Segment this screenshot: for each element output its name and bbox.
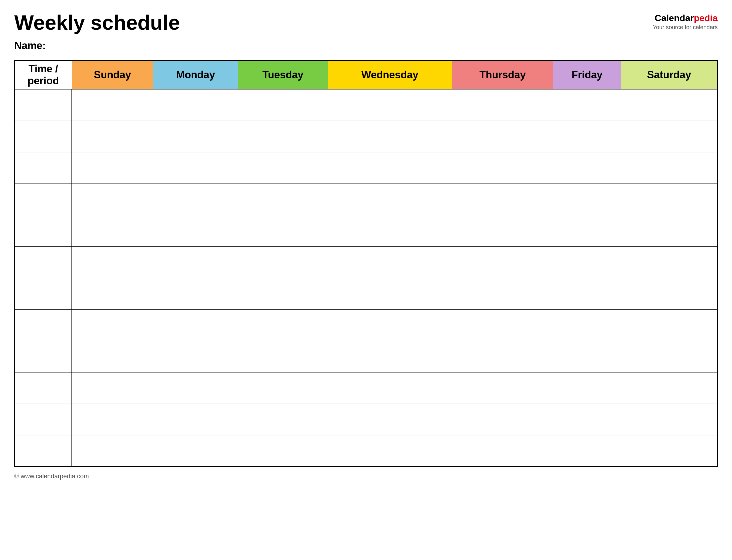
schedule-cell[interactable] [452, 89, 553, 121]
schedule-cell[interactable] [238, 435, 328, 467]
schedule-cell[interactable] [238, 184, 328, 215]
schedule-cell[interactable] [553, 121, 621, 152]
schedule-cell[interactable] [553, 309, 621, 341]
schedule-cell[interactable] [153, 215, 238, 246]
schedule-cell[interactable] [553, 278, 621, 309]
schedule-cell[interactable] [621, 246, 717, 278]
schedule-cell[interactable] [238, 215, 328, 246]
schedule-cell[interactable] [621, 404, 717, 435]
schedule-cell[interactable] [72, 372, 153, 404]
schedule-cell[interactable] [621, 341, 717, 372]
schedule-cell[interactable] [153, 404, 238, 435]
table-row[interactable] [15, 341, 717, 372]
schedule-cell[interactable] [621, 215, 717, 246]
time-cell[interactable] [15, 89, 72, 121]
time-cell[interactable] [15, 404, 72, 435]
schedule-cell[interactable] [72, 152, 153, 184]
table-row[interactable] [15, 121, 717, 152]
schedule-cell[interactable] [328, 309, 452, 341]
schedule-cell[interactable] [621, 309, 717, 341]
schedule-cell[interactable] [153, 152, 238, 184]
schedule-cell[interactable] [553, 184, 621, 215]
schedule-cell[interactable] [452, 184, 553, 215]
schedule-cell[interactable] [553, 404, 621, 435]
schedule-cell[interactable] [238, 121, 328, 152]
schedule-cell[interactable] [328, 341, 452, 372]
schedule-cell[interactable] [328, 215, 452, 246]
schedule-cell[interactable] [72, 404, 153, 435]
table-row[interactable] [15, 435, 717, 467]
time-cell[interactable] [15, 372, 72, 404]
schedule-cell[interactable] [238, 341, 328, 372]
schedule-cell[interactable] [72, 121, 153, 152]
schedule-cell[interactable] [621, 372, 717, 404]
time-cell[interactable] [15, 435, 72, 467]
schedule-cell[interactable] [452, 215, 553, 246]
schedule-cell[interactable] [238, 309, 328, 341]
schedule-cell[interactable] [238, 278, 328, 309]
schedule-cell[interactable] [452, 404, 553, 435]
schedule-cell[interactable] [153, 435, 238, 467]
schedule-cell[interactable] [621, 184, 717, 215]
schedule-cell[interactable] [238, 152, 328, 184]
schedule-cell[interactable] [452, 309, 553, 341]
schedule-cell[interactable] [328, 278, 452, 309]
table-row[interactable] [15, 152, 717, 184]
schedule-cell[interactable] [72, 435, 153, 467]
table-row[interactable] [15, 89, 717, 121]
schedule-cell[interactable] [553, 152, 621, 184]
table-row[interactable] [15, 309, 717, 341]
schedule-cell[interactable] [452, 435, 553, 467]
schedule-cell[interactable] [452, 372, 553, 404]
schedule-cell[interactable] [153, 246, 238, 278]
schedule-cell[interactable] [452, 121, 553, 152]
schedule-cell[interactable] [153, 89, 238, 121]
time-cell[interactable] [15, 152, 72, 184]
schedule-cell[interactable] [553, 372, 621, 404]
schedule-cell[interactable] [553, 215, 621, 246]
schedule-cell[interactable] [452, 278, 553, 309]
schedule-cell[interactable] [553, 341, 621, 372]
schedule-cell[interactable] [153, 121, 238, 152]
table-row[interactable] [15, 246, 717, 278]
schedule-cell[interactable] [72, 309, 153, 341]
table-row[interactable] [15, 184, 717, 215]
schedule-cell[interactable] [153, 184, 238, 215]
schedule-cell[interactable] [153, 309, 238, 341]
schedule-cell[interactable] [553, 246, 621, 278]
time-cell[interactable] [15, 341, 72, 372]
schedule-cell[interactable] [72, 184, 153, 215]
schedule-cell[interactable] [153, 372, 238, 404]
schedule-cell[interactable] [621, 89, 717, 121]
time-cell[interactable] [15, 215, 72, 246]
time-cell[interactable] [15, 246, 72, 278]
schedule-cell[interactable] [452, 341, 553, 372]
schedule-cell[interactable] [328, 121, 452, 152]
schedule-cell[interactable] [72, 215, 153, 246]
schedule-cell[interactable] [238, 246, 328, 278]
table-row[interactable] [15, 278, 717, 309]
schedule-cell[interactable] [328, 435, 452, 467]
time-cell[interactable] [15, 309, 72, 341]
table-row[interactable] [15, 404, 717, 435]
schedule-cell[interactable] [328, 184, 452, 215]
schedule-cell[interactable] [621, 121, 717, 152]
table-row[interactable] [15, 215, 717, 246]
schedule-cell[interactable] [621, 435, 717, 467]
schedule-cell[interactable] [238, 372, 328, 404]
schedule-cell[interactable] [328, 372, 452, 404]
schedule-cell[interactable] [328, 89, 452, 121]
schedule-cell[interactable] [452, 246, 553, 278]
time-cell[interactable] [15, 184, 72, 215]
schedule-cell[interactable] [553, 89, 621, 121]
schedule-cell[interactable] [72, 278, 153, 309]
schedule-cell[interactable] [328, 152, 452, 184]
schedule-cell[interactable] [238, 89, 328, 121]
schedule-cell[interactable] [238, 404, 328, 435]
time-cell[interactable] [15, 121, 72, 152]
schedule-cell[interactable] [72, 246, 153, 278]
time-cell[interactable] [15, 278, 72, 309]
schedule-cell[interactable] [72, 341, 153, 372]
schedule-cell[interactable] [153, 278, 238, 309]
schedule-cell[interactable] [621, 152, 717, 184]
